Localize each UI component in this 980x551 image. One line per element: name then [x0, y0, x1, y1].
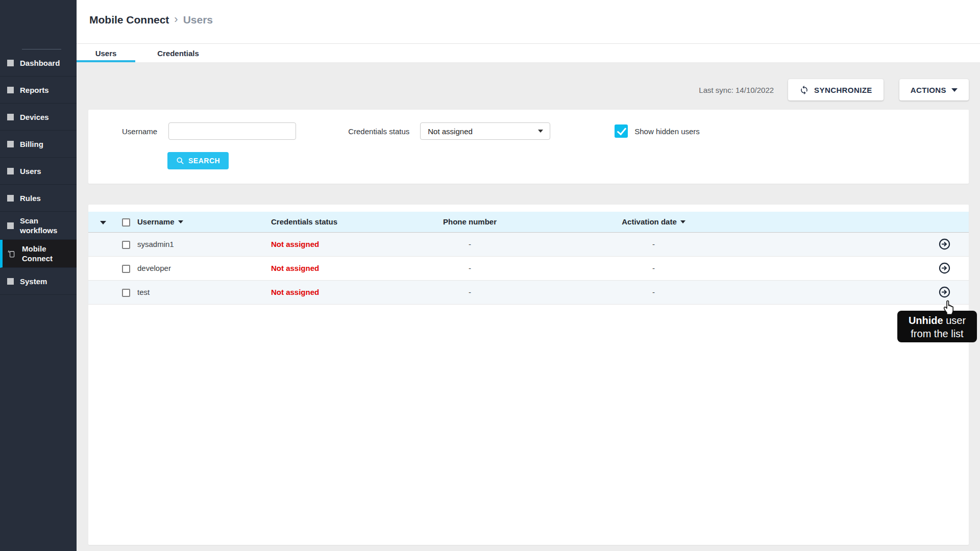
content-area: Last sync: 14/10/2022 SYNCHRONIZE ACTION…: [77, 62, 980, 551]
breadcrumb-parent[interactable]: Mobile Connect: [89, 14, 169, 26]
row-checkbox[interactable]: [122, 289, 130, 297]
sidebar-item-system[interactable]: System: [0, 268, 77, 295]
collapse-caret-icon[interactable]: [100, 221, 106, 224]
chevron-down-icon: [951, 88, 958, 92]
sidebar-item-label: Rules: [20, 193, 41, 203]
select-caret-icon: [538, 130, 543, 133]
users-table-panel: Username Credentials status Phone number…: [88, 205, 969, 545]
column-header-activation-date[interactable]: Activation date: [525, 212, 782, 232]
sidebar-item-reports[interactable]: Reports: [0, 77, 77, 104]
credentials-status-label: Credentials status: [348, 127, 409, 136]
select-all-checkbox[interactable]: [122, 218, 130, 227]
actions-button[interactable]: ACTIONS: [899, 79, 969, 101]
breadcrumb-separator-icon: ›: [174, 13, 178, 26]
menu-square-icon: [7, 222, 14, 229]
show-hidden-users-checkbox[interactable]: [615, 124, 628, 138]
unhide-tooltip: Unhide user from the list: [897, 311, 977, 342]
synchronize-button-label: SYNCHRONIZE: [814, 86, 872, 94]
search-button-label: SEARCH: [188, 157, 220, 165]
sidebar-item-label: Users: [20, 166, 41, 176]
search-icon: [176, 157, 184, 165]
sidebar-item-label: Reports: [20, 85, 49, 95]
row-checkbox[interactable]: [122, 265, 130, 273]
menu-square-icon: [7, 60, 14, 66]
sidebar-item-rules[interactable]: Rules: [0, 185, 77, 212]
filter-panel: Username Credentials status Not assigned…: [88, 110, 969, 184]
cell-activation-date: -: [525, 232, 782, 256]
sidebar: Dashboard Reports Devices Billing Users …: [0, 0, 77, 551]
menu-square-icon: [7, 168, 14, 174]
column-header-username[interactable]: Username: [137, 212, 271, 232]
menu-square-icon: [7, 87, 14, 93]
sidebar-item-scan-workflows[interactable]: Scan workflows: [0, 212, 77, 240]
menu-square-icon: [7, 114, 14, 120]
column-header-phone-number[interactable]: Phone number: [415, 212, 525, 232]
mobile-connect-icon: [7, 249, 16, 258]
users-table: Username Credentials status Phone number…: [88, 212, 969, 305]
page-header: Mobile Connect › Users: [77, 0, 980, 43]
sidebar-item-billing[interactable]: Billing: [0, 131, 77, 158]
cell-phone-number: -: [415, 280, 525, 304]
username-input[interactable]: [168, 122, 296, 140]
menu-square-icon: [7, 278, 14, 285]
tab-bar: Users Credentials: [77, 43, 980, 62]
cell-phone-number: -: [415, 232, 525, 256]
unhide-user-icon[interactable]: [939, 262, 950, 274]
show-hidden-users-label: Show hidden users: [634, 127, 700, 136]
tab-users[interactable]: Users: [77, 44, 135, 62]
table-row: sysadmin1 Not assigned - -: [88, 232, 969, 256]
sidebar-item-label: Mobile Connect: [22, 244, 72, 263]
filter-row: Username Credentials status Not assigned…: [88, 122, 969, 140]
sidebar-item-label: Dashboard: [20, 58, 60, 68]
username-label: Username: [122, 127, 157, 136]
cell-username: sysadmin1: [137, 232, 271, 256]
tab-credentials[interactable]: Credentials: [135, 44, 221, 62]
table-header-row: Username Credentials status Phone number…: [88, 212, 969, 232]
tooltip-line2: from the list: [897, 327, 977, 340]
sidebar-item-label: Billing: [20, 139, 43, 149]
cell-phone-number: -: [415, 256, 525, 280]
cell-credentials-status: Not assigned: [271, 256, 415, 280]
cell-activation-date: -: [525, 256, 782, 280]
sidebar-logo-space: [0, 0, 77, 49]
row-checkbox[interactable]: [122, 241, 130, 249]
tooltip-text: user: [943, 315, 966, 326]
cell-username: test: [137, 280, 271, 304]
synchronize-button[interactable]: SYNCHRONIZE: [788, 79, 884, 101]
sidebar-item-label: Devices: [20, 112, 49, 122]
sidebar-item-label: Scan workflows: [20, 216, 70, 235]
breadcrumb: Mobile Connect › Users: [89, 14, 980, 26]
table-row: test Not assigned - -: [88, 280, 969, 304]
sidebar-item-devices[interactable]: Devices: [0, 104, 77, 131]
sidebar-item-label: System: [20, 277, 47, 286]
toolbar: Last sync: 14/10/2022 SYNCHRONIZE ACTION…: [88, 62, 969, 101]
unhide-user-icon[interactable]: [939, 286, 950, 298]
last-sync-label: Last sync: 14/10/2022: [699, 86, 774, 94]
sidebar-item-mobile-connect[interactable]: Mobile Connect: [0, 240, 77, 268]
menu-square-icon: [7, 195, 14, 202]
search-button[interactable]: SEARCH: [167, 152, 229, 169]
actions-button-label: ACTIONS: [911, 86, 946, 94]
cell-credentials-status: Not assigned: [271, 232, 415, 256]
menu-square-icon: [7, 141, 14, 147]
column-header-credentials-status[interactable]: Credentials status: [271, 212, 415, 232]
cell-activation-date: -: [525, 280, 782, 304]
cell-username: developer: [137, 256, 271, 280]
sidebar-menu: Dashboard Reports Devices Billing Users …: [0, 49, 77, 295]
credentials-status-select[interactable]: Not assigned: [420, 122, 550, 140]
sort-caret-icon: [680, 220, 685, 223]
sort-caret-icon: [178, 220, 183, 223]
sidebar-item-users[interactable]: Users: [0, 158, 77, 185]
unhide-user-icon[interactable]: [939, 238, 950, 250]
credentials-status-value: Not assigned: [428, 127, 473, 136]
cell-credentials-status: Not assigned: [271, 280, 415, 304]
tooltip-bold-text: Unhide: [909, 315, 943, 326]
breadcrumb-current: Users: [183, 14, 213, 26]
table-row: developer Not assigned - -: [88, 256, 969, 280]
refresh-icon: [799, 85, 809, 95]
sidebar-item-dashboard[interactable]: Dashboard: [0, 49, 77, 77]
